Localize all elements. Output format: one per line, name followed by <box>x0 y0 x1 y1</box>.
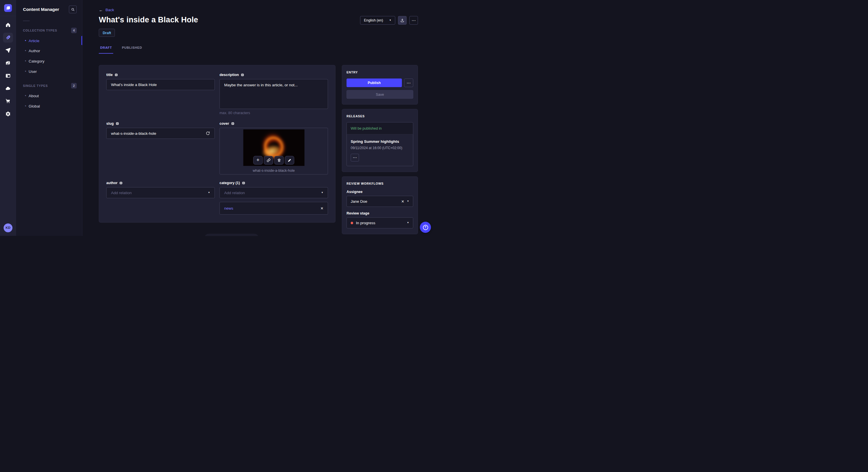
back-label: Back <box>105 7 114 12</box>
sidebar-item-user[interactable]: • User <box>23 66 76 76</box>
review-stage-select[interactable]: In progress ▼ <box>346 217 413 229</box>
field-author: author Add relation ▼ <box>106 181 215 215</box>
stage-status-dot-icon <box>351 222 353 224</box>
sidebar-item-label: Global <box>29 104 40 108</box>
review-stage-label: Review stage <box>346 211 413 215</box>
category-placeholder: Add relation <box>224 191 321 195</box>
sidebar-item-author[interactable]: • Author <box>23 45 76 56</box>
localized-globe-icon <box>241 73 244 76</box>
save-button[interactable]: Save <box>346 90 413 99</box>
regenerate-slug-button[interactable] <box>206 131 210 135</box>
main-navigation-rail: KD <box>0 0 16 236</box>
stage-value: In progress <box>356 221 404 225</box>
chevron-down-icon: ▼ <box>389 19 392 22</box>
title-field-label: title <box>106 73 113 77</box>
title-input-value: What's inside a Black Hole <box>111 82 157 87</box>
settings-gear-icon[interactable] <box>3 109 13 119</box>
category-field-label: category (1) <box>220 181 240 185</box>
sidebar-item-label: About <box>29 94 39 98</box>
media-library-icon[interactable] <box>3 58 13 68</box>
collection-types-label: COLLECTION TYPES <box>23 29 57 32</box>
releases-panel: RELEASES Will be published in Spring Sum… <box>342 109 418 172</box>
clear-assignee-icon[interactable]: × <box>401 199 404 204</box>
divider <box>23 21 30 21</box>
user-avatar[interactable]: KD <box>4 224 12 232</box>
layout-icon[interactable] <box>3 71 13 81</box>
review-workflows-panel: REVIEW WORKFLOWS Assignee Jane Doe × ▼ R… <box>342 176 418 234</box>
tab-published[interactable]: PUBLISHED <box>121 46 144 54</box>
assignee-select[interactable]: Jane Doe × ▼ <box>346 196 413 207</box>
field-category: category (1) Add relation ▼ news × <box>220 181 328 215</box>
slug-input-value: what-s-inside-a-black-hole <box>111 131 206 135</box>
releases-heading: RELEASES <box>346 114 413 118</box>
field-slug: slug what-s-inside-a-black-hole <box>106 121 215 174</box>
publish-button[interactable]: Publish <box>346 78 402 87</box>
localized-globe-icon <box>115 73 118 76</box>
release-more-button[interactable]: ⋯ <box>351 154 359 162</box>
bullet-icon: • <box>25 69 26 73</box>
locale-select[interactable]: English (en) ▼ <box>360 16 395 25</box>
release-name[interactable]: Spring Summer highlights <box>351 139 409 143</box>
sidebar-item-about[interactable]: • About <box>23 91 76 101</box>
sidebar-item-label: User <box>29 69 37 73</box>
export-button[interactable] <box>398 16 407 25</box>
description-textarea[interactable]: Maybe the answer is in this article, or … <box>220 79 328 109</box>
chevron-down-icon: ▼ <box>407 200 409 202</box>
slug-input[interactable]: what-s-inside-a-black-hole <box>106 128 215 139</box>
author-relation-select[interactable]: Add relation ▼ <box>106 187 215 198</box>
field-title: title What's inside a Black Hole <box>106 73 215 115</box>
search-button[interactable] <box>69 5 76 13</box>
review-workflows-heading: REVIEW WORKFLOWS <box>346 182 413 185</box>
cover-filename: what-s-inside-a-black-hole <box>253 168 295 172</box>
add-media-button[interactable]: + <box>253 156 262 165</box>
tab-draft[interactable]: DRAFT <box>99 46 113 54</box>
trash-icon <box>277 158 281 162</box>
single-types-label: SINGLE TYPES <box>23 84 48 88</box>
refresh-icon <box>206 131 210 135</box>
release-status: Will be published in <box>351 127 382 131</box>
sidebar-item-article[interactable]: • Article <box>23 35 76 45</box>
cloud-icon[interactable] <box>3 83 13 94</box>
bullet-icon: • <box>25 39 26 42</box>
single-types-section: SINGLE TYPES 2 • About • Global <box>23 83 76 111</box>
back-link[interactable]: ← Back <box>99 7 118 12</box>
strapi-logo-icon[interactable] <box>4 4 12 12</box>
entry-more-button[interactable]: ⋯ <box>404 78 413 87</box>
home-icon[interactable] <box>3 20 13 30</box>
release-card: Will be published in Spring Summer highl… <box>346 122 413 166</box>
content-manager-feather-icon[interactable] <box>3 33 13 43</box>
title-input[interactable]: What's inside a Black Hole <box>106 79 215 90</box>
help-button[interactable]: ? <box>420 222 431 233</box>
relation-link-news[interactable]: news <box>224 206 321 210</box>
bullet-icon: • <box>25 104 26 108</box>
edit-media-button[interactable] <box>285 156 294 165</box>
field-description: description Maybe the answer is in this … <box>220 73 328 115</box>
bullet-icon: • <box>25 59 26 63</box>
category-relation-select[interactable]: Add relation ▼ <box>220 187 328 198</box>
more-actions-button[interactable]: ⋯ <box>409 16 418 25</box>
slug-field-label: slug <box>106 121 114 125</box>
localized-globe-icon <box>242 181 245 185</box>
localized-globe-icon <box>119 181 123 185</box>
send-icon[interactable] <box>3 45 13 55</box>
sidebar-title: Content Manager <box>23 7 59 12</box>
copy-link-button[interactable] <box>264 156 273 165</box>
bullet-icon: • <box>25 49 26 53</box>
sidebar-item-category[interactable]: • Category <box>23 56 76 66</box>
help-question-icon: ? <box>423 225 428 230</box>
sidebar-item-global[interactable]: • Global <box>23 101 76 111</box>
single-types-count-badge: 2 <box>71 83 76 88</box>
content-manager-sidebar: Content Manager COLLECTION TYPES 4 • Art… <box>16 0 82 236</box>
back-arrow-icon: ← <box>99 8 103 12</box>
remove-relation-icon[interactable]: × <box>321 206 323 210</box>
delete-media-button[interactable] <box>274 156 284 165</box>
pencil-icon <box>287 158 291 162</box>
locale-value: English (en) <box>364 19 383 22</box>
sidebar-item-label: Category <box>29 59 44 63</box>
bottom-drawer-pill[interactable] <box>205 234 259 236</box>
entry-heading: ENTRY <box>346 71 413 74</box>
collection-types-section: COLLECTION TYPES 4 • Article • Author • … <box>23 28 76 76</box>
search-icon <box>71 8 74 11</box>
marketplace-cart-icon[interactable] <box>3 96 13 106</box>
description-value: Maybe the answer is in this article, or … <box>224 82 298 87</box>
